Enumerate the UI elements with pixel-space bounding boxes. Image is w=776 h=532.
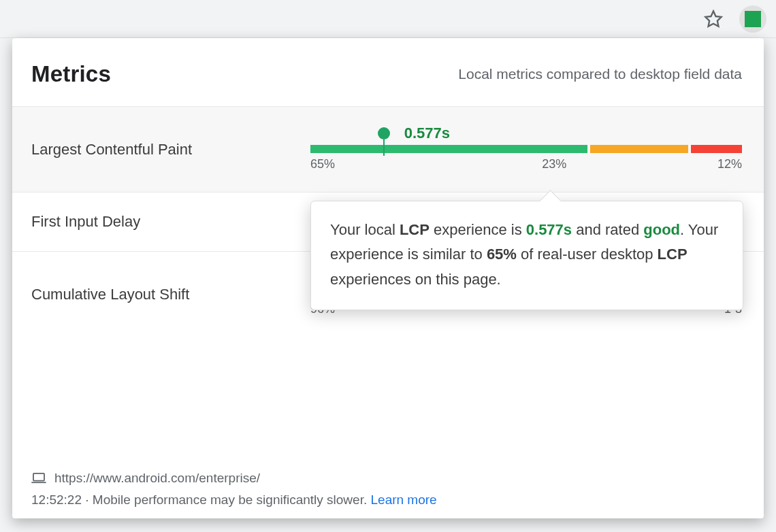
metric-visual-lcp: 0.577s 65% 23% 12% [310,127,742,171]
metric-row-lcp[interactable]: Largest Contentful Paint 0.577s 65% 23% … [12,106,764,192]
pct-poor: 12% [717,157,742,171]
tt-abbr: LCP [400,221,430,238]
panel-title: Metrics [31,61,111,87]
metric-name: Cumulative Layout Shift [31,286,310,303]
metric-value-lcp: 0.577s [404,124,450,142]
extension-badge[interactable] [739,5,766,33]
tt-pct: 65% [487,246,517,263]
pct-needs: 23% [335,157,717,171]
segment-needs [590,145,688,153]
distribution-labels: 65% 23% 12% [310,157,742,171]
pct-good: 65% [310,157,335,171]
page-url-line: https://www.android.com/enterprise/ [31,471,742,486]
page-url: https://www.android.com/enterprise/ [54,471,260,486]
mobile-warning: Mobile performance may be significantly … [93,493,371,507]
metric-marker-lcp [378,127,390,156]
browser-toolbar [0,0,776,38]
learn-more-link[interactable]: Learn more [371,493,437,507]
segment-good [310,145,587,153]
svg-marker-0 [705,11,721,26]
extension-status-icon [745,11,761,27]
capture-time: 12:52:22 [31,493,82,507]
metric-tooltip: Your local LCP experience is 0.577s and … [310,201,743,310]
tt-value: 0.577s [526,221,572,238]
metric-name: First Input Delay [31,213,310,231]
panel-subtitle: Local metrics compared to desktop field … [458,66,742,82]
panel-footer: https://www.android.com/enterprise/ 12:5… [31,471,742,508]
tt-rating: good [643,221,680,238]
distribution-bar [310,145,742,153]
svg-rect-1 [33,473,44,481]
footer-note: 12:52:22 · Mobile performance may be sig… [31,493,742,508]
bookmark-star-icon[interactable] [704,10,723,29]
panel-header: Metrics Local metrics compared to deskto… [12,38,764,106]
segment-poor [691,145,742,153]
desktop-icon [31,473,46,484]
metric-name: Largest Contentful Paint [31,141,310,159]
